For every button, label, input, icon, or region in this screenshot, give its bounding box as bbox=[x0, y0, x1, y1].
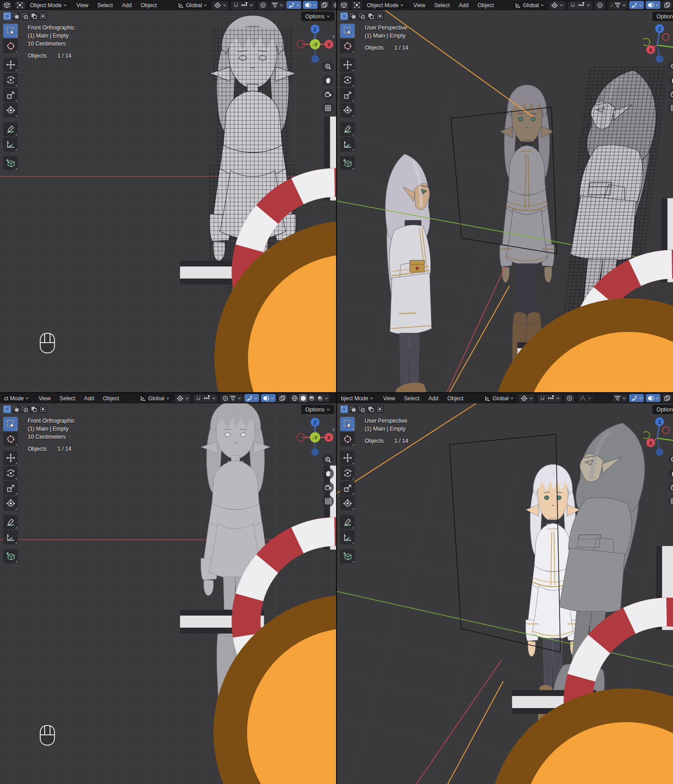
camera-view-icon[interactable] bbox=[668, 88, 673, 100]
rotate-tool[interactable] bbox=[3, 73, 18, 87]
move-tool[interactable] bbox=[3, 58, 18, 72]
select-invert-button[interactable] bbox=[367, 405, 375, 413]
shading-material-preview-button[interactable] bbox=[307, 394, 315, 402]
scale-tool[interactable] bbox=[3, 481, 18, 495]
navigation-gizmo[interactable]: ZX-Y bbox=[296, 416, 334, 457]
select-set-button[interactable] bbox=[340, 12, 348, 20]
select-intersect-button[interactable] bbox=[39, 405, 47, 413]
move-tool[interactable] bbox=[3, 451, 18, 465]
filter-visibility-button[interactable] bbox=[613, 1, 627, 9]
filter-visibility-button[interactable] bbox=[228, 394, 243, 402]
measure-tool[interactable] bbox=[340, 530, 355, 545]
select-subtract-button[interactable] bbox=[21, 12, 29, 20]
scale-tool[interactable] bbox=[340, 88, 355, 102]
cursor-tool[interactable] bbox=[3, 39, 18, 53]
camera-view-icon[interactable] bbox=[322, 88, 334, 100]
menu-add[interactable]: Add bbox=[454, 2, 473, 8]
sidebar-collapse-arrow[interactable]: ‹ bbox=[332, 32, 335, 40]
pan-hand-icon[interactable] bbox=[668, 75, 673, 86]
editor-type-button[interactable] bbox=[339, 1, 349, 9]
transform-tool[interactable] bbox=[3, 496, 18, 511]
menu-view[interactable]: View bbox=[409, 2, 430, 8]
move-tool[interactable] bbox=[340, 451, 355, 465]
select-subtract-button[interactable] bbox=[358, 405, 366, 413]
menu-select[interactable]: Select bbox=[55, 395, 80, 402]
snap-target-selector[interactable] bbox=[212, 1, 228, 9]
show-overlays-button[interactable] bbox=[261, 394, 276, 402]
annotate-tool[interactable] bbox=[3, 515, 18, 529]
toggle-xray-button[interactable] bbox=[320, 1, 329, 9]
toggle-xray-button[interactable] bbox=[662, 1, 672, 9]
snap-toggle[interactable] bbox=[568, 1, 592, 9]
zoom-icon[interactable] bbox=[322, 61, 334, 72]
shading-solid-button[interactable] bbox=[299, 394, 307, 402]
measure-tool[interactable] bbox=[3, 137, 18, 151]
mode-selector[interactable]: Object Mode bbox=[28, 1, 69, 9]
select-box-tool[interactable] bbox=[340, 24, 355, 38]
menu-object[interactable]: Object bbox=[443, 395, 468, 402]
proportional-edit-toggle[interactable] bbox=[595, 1, 605, 9]
snap-toggle[interactable] bbox=[193, 394, 218, 402]
annotate-tool[interactable] bbox=[3, 122, 18, 136]
filter-visibility-button[interactable] bbox=[270, 1, 285, 9]
show-overlays-button[interactable] bbox=[646, 394, 660, 402]
move-tool[interactable] bbox=[340, 58, 355, 72]
menu-add[interactable]: Add bbox=[118, 2, 136, 8]
select-extend-button[interactable] bbox=[349, 405, 357, 413]
options-button[interactable]: Options bbox=[652, 12, 673, 21]
shading-rendered-button[interactable] bbox=[316, 394, 324, 402]
pan-hand-icon[interactable] bbox=[668, 468, 673, 479]
select-extend-button[interactable] bbox=[349, 12, 357, 20]
select-set-button[interactable] bbox=[340, 405, 348, 413]
transform-orientation-selector[interactable]: Global bbox=[138, 394, 172, 402]
options-button[interactable]: Options bbox=[301, 12, 334, 21]
filter-visibility-button[interactable] bbox=[613, 394, 627, 402]
snap-target-selector[interactable] bbox=[175, 394, 191, 402]
scale-tool[interactable] bbox=[340, 481, 355, 495]
viewport-user-persp-solid[interactable]: bject Mode View Select Add Object Global… bbox=[337, 393, 673, 784]
transform-tool[interactable] bbox=[340, 103, 355, 117]
camera-view-icon[interactable] bbox=[322, 482, 334, 493]
show-gizmo-button[interactable] bbox=[244, 394, 259, 402]
annotate-tool[interactable] bbox=[340, 122, 355, 136]
snap-target-selector[interactable] bbox=[519, 394, 535, 402]
select-subtract-button[interactable] bbox=[358, 12, 366, 20]
select-box-tool[interactable] bbox=[340, 417, 355, 431]
add-cube-tool[interactable] bbox=[340, 549, 355, 563]
select-box-tool[interactable] bbox=[3, 417, 18, 431]
select-intersect-button[interactable] bbox=[39, 12, 47, 20]
add-cube-tool[interactable] bbox=[3, 156, 18, 170]
shading-wireframe-button[interactable] bbox=[290, 394, 299, 402]
toggle-ortho-grid-icon[interactable] bbox=[322, 102, 334, 114]
rotate-tool[interactable] bbox=[340, 466, 355, 480]
show-overlays-button[interactable] bbox=[646, 1, 660, 9]
snap-target-selector[interactable] bbox=[549, 1, 565, 9]
toggle-ortho-grid-icon[interactable] bbox=[322, 495, 334, 507]
add-cube-tool[interactable] bbox=[340, 156, 355, 170]
mode-selector[interactable]: ct Mode bbox=[2, 394, 31, 402]
3d-viewport-canvas[interactable] bbox=[337, 393, 673, 784]
viewport-front-ortho-wireframe[interactable]: Object Mode View Select Add Object Globa… bbox=[0, 0, 336, 392]
menu-view[interactable]: View bbox=[72, 2, 93, 8]
select-intersect-button[interactable] bbox=[376, 405, 384, 413]
proportional-edit-toggle[interactable] bbox=[564, 394, 575, 402]
select-extend-button[interactable] bbox=[12, 405, 20, 413]
menu-select[interactable]: Select bbox=[400, 395, 424, 402]
snap-toggle[interactable] bbox=[231, 1, 255, 9]
navigation-gizmo[interactable]: ZX-Y bbox=[296, 23, 334, 64]
menu-add[interactable]: Add bbox=[80, 395, 98, 402]
proportional-edit-toggle[interactable] bbox=[258, 1, 268, 9]
pan-hand-icon[interactable] bbox=[322, 468, 334, 479]
sidebar-collapse-arrow[interactable]: ‹ bbox=[332, 425, 335, 433]
viewport-front-ortho-solid[interactable]: ct Mode View Select Add Object Global Op… bbox=[0, 393, 336, 784]
3d-viewport-canvas[interactable] bbox=[337, 0, 673, 392]
select-invert-button[interactable] bbox=[367, 12, 375, 20]
proportional-falloff-selector[interactable] bbox=[577, 394, 593, 402]
show-gizmo-button[interactable] bbox=[629, 1, 644, 9]
mode-selector[interactable]: Object Mode bbox=[365, 1, 406, 9]
zoom-icon[interactable] bbox=[322, 454, 334, 465]
cursor-tool[interactable] bbox=[3, 432, 18, 446]
select-invert-button[interactable] bbox=[30, 405, 38, 413]
transform-orientation-selector[interactable]: Global bbox=[176, 1, 210, 9]
navigation-gizmo[interactable]: ZX bbox=[644, 22, 673, 65]
